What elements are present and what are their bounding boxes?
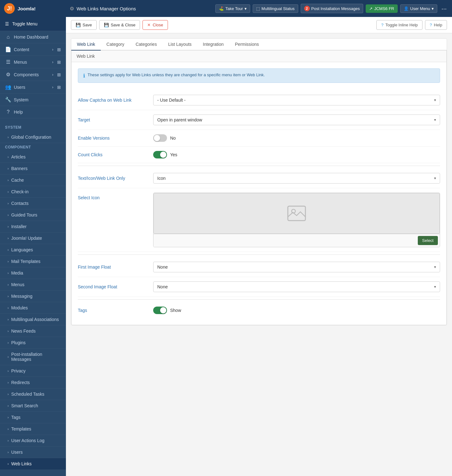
users-icon: 👥: [5, 84, 11, 90]
external-link-icon: ↗: [369, 6, 373, 11]
multilingual-status-button[interactable]: ⬚ Multilingual Status: [253, 4, 298, 13]
text-icon-select[interactable]: Icon ▾: [153, 173, 440, 184]
select-icon-control: Select: [153, 193, 440, 247]
save-close-button[interactable]: 💾 Save & Close: [99, 20, 140, 30]
tab-web-link[interactable]: Web Link: [71, 39, 101, 51]
sidebar-item-web-links[interactable]: › Web Links: [0, 458, 66, 470]
top-navbar: J! Joomla! ⚙ Web Links Manager Options ⛳…: [0, 0, 452, 17]
sidebar-item-help[interactable]: ? Help: [0, 106, 66, 118]
sidebar-item-contacts[interactable]: › Contacts: [0, 198, 66, 209]
toggle-inline-help-button[interactable]: ? Toggle Inline Help: [376, 20, 422, 30]
sidebar-item-user-actions[interactable]: › User Actions Log: [0, 435, 66, 447]
sidebar-item-post-install[interactable]: › Post-installation Messages: [0, 349, 66, 365]
sidebar-item-joomla-update[interactable]: › Joomla! Update: [0, 233, 66, 244]
templates-chevron-icon: ›: [8, 427, 9, 431]
sidebar-item-components[interactable]: ⚙ Components › ⊞: [0, 68, 66, 81]
components-icon: ⚙: [5, 72, 11, 78]
sidebar-item-news-feeds[interactable]: › News Feeds: [0, 325, 66, 337]
more-options-button[interactable]: ···: [440, 3, 448, 14]
sidebar-item-smart-search[interactable]: › Smart Search: [0, 400, 66, 412]
components-arrow-icon: ›: [52, 72, 53, 77]
notification-badge: 2: [304, 6, 310, 11]
sidebar-item-messaging[interactable]: › Messaging: [0, 291, 66, 302]
text-icon-chevron-icon: ▾: [434, 176, 436, 180]
sidebar-item-languages[interactable]: › Languages: [0, 244, 66, 256]
info-circle-icon: ℹ: [83, 73, 85, 79]
sidebar-item-privacy[interactable]: › Privacy: [0, 365, 66, 377]
tab-permissions[interactable]: Permissions: [229, 39, 265, 51]
tabs-panel: Web Link Category Categories List Layout…: [71, 38, 447, 325]
sidebar-item-content[interactable]: 📄 Content › ⊞: [0, 43, 66, 56]
multilingual-icon: ⬚: [256, 6, 260, 11]
sidebar-item-installer[interactable]: › Installer: [0, 221, 66, 233]
components-grid-icon: ⊞: [57, 72, 61, 77]
help-button[interactable]: ? Help: [425, 20, 447, 30]
sidebar-item-multilingual[interactable]: › Multilingual Associations: [0, 314, 66, 325]
menus-sub-chevron-icon: ›: [8, 283, 9, 286]
tab-integration[interactable]: Integration: [197, 39, 229, 51]
count-clicks-control: Yes: [153, 151, 440, 158]
count-clicks-toggle[interactable]: [153, 151, 167, 158]
sidebar-item-guided-tours[interactable]: › Guided Tours: [0, 209, 66, 221]
panel-title: Web Link: [72, 51, 446, 62]
enable-versions-control: No: [153, 134, 440, 142]
sidebar-item-plugins[interactable]: › Plugins: [0, 337, 66, 349]
first-image-float-control: None ▾: [153, 262, 440, 272]
sidebar-item-banners[interactable]: › Banners: [0, 163, 66, 174]
sidebar-item-cache[interactable]: › Cache: [0, 174, 66, 186]
take-tour-button[interactable]: ⛳ Take Tour ▾: [215, 4, 250, 13]
sidebar-item-templates[interactable]: › Templates: [0, 423, 66, 435]
sidebar-item-users[interactable]: 👥 Users › ⊞: [0, 81, 66, 94]
second-image-float-select[interactable]: None ▾: [153, 281, 440, 292]
logo-area: J! Joomla!: [4, 3, 67, 14]
select-icon-button[interactable]: Select: [418, 236, 438, 245]
toolbar-left: 💾 Save 💾 Save & Close ✕ Close: [71, 20, 168, 30]
sidebar-item-articles[interactable]: › Articles: [0, 151, 66, 163]
panel-body: ℹ These settings apply for Web Links unl…: [72, 62, 446, 325]
languages-chevron-icon: ›: [8, 248, 9, 252]
tags-toggle[interactable]: [153, 307, 167, 314]
sidebar-item-system[interactable]: 🔧 System: [0, 94, 66, 106]
sidebar-item-mail-templates[interactable]: › Mail Templates: [0, 256, 66, 267]
count-clicks-text: Yes: [170, 152, 177, 157]
guided-tours-chevron-icon: ›: [8, 213, 9, 217]
sidebar-item-media[interactable]: › Media: [0, 267, 66, 279]
sidebar-item-checkin[interactable]: › Check-in: [0, 186, 66, 198]
close-button[interactable]: ✕ Close: [143, 20, 168, 30]
sidebar-item-menus-sub[interactable]: › Menus: [0, 279, 66, 291]
media-chevron-icon: ›: [8, 271, 9, 275]
user-menu-button[interactable]: 👤 User Menu ▾: [400, 4, 438, 13]
first-image-float-select[interactable]: None ▾: [153, 262, 440, 272]
tags-chevron-icon: ›: [8, 415, 9, 419]
allow-captcha-select[interactable]: - Use Default - ▾: [153, 95, 440, 105]
tags-control: Show: [153, 307, 440, 314]
sidebar-item-menus[interactable]: ☰ Menus › ⊞: [0, 56, 66, 68]
jcms-button[interactable]: ↗ JCMS6 FR: [366, 4, 398, 13]
news-feeds-chevron-icon: ›: [8, 329, 9, 333]
sidebar-item-home[interactable]: ⌂ Home Dashboard: [0, 31, 66, 43]
tab-categories[interactable]: Categories: [130, 39, 163, 51]
sidebar-item-scheduled-tasks[interactable]: › Scheduled Tasks: [0, 388, 66, 400]
component-section-label: Component: [0, 143, 66, 151]
sidebar-item-global-config[interactable]: › Global Configuration: [0, 131, 66, 143]
text-icon-label: Text/Icon/Web Link Only: [78, 176, 153, 181]
field-tags: Tags Show: [78, 302, 440, 318]
count-clicks-label: Count Clicks: [78, 152, 153, 157]
sidebar-item-tags[interactable]: › Tags: [0, 412, 66, 423]
enable-versions-toggle-wrapper: No: [153, 134, 440, 142]
joomla-logo-icon: J!: [4, 3, 15, 14]
system-section-label: System: [0, 123, 66, 131]
target-select[interactable]: Open in parent window ▾: [153, 115, 440, 125]
tab-list-layouts[interactable]: List Layouts: [163, 39, 197, 51]
toggle-menu-button[interactable]: ☰ Toggle Menu: [0, 17, 66, 31]
sidebar-item-users-sub[interactable]: › Users: [0, 447, 66, 458]
tab-category[interactable]: Category: [101, 39, 130, 51]
redirects-chevron-icon: ›: [8, 381, 9, 384]
divider-3: [78, 299, 440, 300]
post-install-button[interactable]: 2 Post Installation Messages: [301, 4, 363, 13]
contacts-chevron-icon: ›: [8, 201, 9, 205]
save-button[interactable]: 💾 Save: [71, 20, 97, 30]
sidebar-item-redirects[interactable]: › Redirects: [0, 377, 66, 388]
enable-versions-toggle[interactable]: [153, 134, 167, 142]
sidebar-item-modules[interactable]: › Modules: [0, 302, 66, 314]
